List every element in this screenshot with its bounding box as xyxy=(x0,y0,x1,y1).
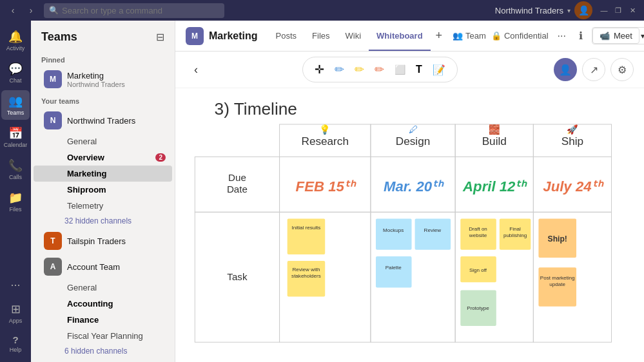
channel-accounting[interactable]: Accounting xyxy=(34,296,172,312)
main-layout: 🔔 Activity 💬 Chat 👥 Teams 📅 Calendar 📞 C… xyxy=(0,21,644,362)
task-row-label: Task xyxy=(227,271,248,282)
back-button[interactable]: ‹ xyxy=(5,3,21,18)
marketing-team-name: Marketing xyxy=(67,71,125,81)
dropdown-icon: ▾ xyxy=(567,7,571,14)
more-icon: ··· xyxy=(10,278,20,292)
add-tab-button[interactable]: + xyxy=(431,21,448,50)
team-icon: 👥 xyxy=(453,31,463,41)
channel-shiproom[interactable]: Shiproom xyxy=(34,182,172,198)
sidebar-item-help[interactable]: ? Help xyxy=(1,330,30,357)
tab-whiteboard[interactable]: Whiteboard xyxy=(369,22,431,51)
due-date-row-label2: Date xyxy=(227,184,248,195)
sidebar-item-calls[interactable]: 📞 Calls xyxy=(1,155,30,184)
avatar: 👤 xyxy=(574,1,592,19)
nav-arrows: ‹ › xyxy=(5,3,39,18)
due-research-date: FEB 15ᵗʰ xyxy=(296,178,356,195)
blue-pen-button[interactable]: ✏ xyxy=(331,60,348,79)
account-avatar: A xyxy=(44,258,62,276)
info-button[interactable]: ℹ xyxy=(575,27,587,44)
text-tool-button[interactable]: T xyxy=(412,61,426,78)
sticky-initial-results-line1: Initial results xyxy=(292,225,321,231)
sticky-note-button[interactable]: 📝 xyxy=(429,61,449,79)
sticky-review-stakeholders-line2: stakeholders xyxy=(291,273,321,279)
col-ship-label: Ship xyxy=(561,135,583,148)
channel-fiscal[interactable]: Fiscal Year Planning xyxy=(34,328,172,344)
sidebar-item-more[interactable]: ··· xyxy=(1,274,30,296)
hidden-channels-northwind[interactable]: 32 hidden channels xyxy=(31,214,175,228)
forward-button[interactable]: › xyxy=(23,3,39,18)
pinned-label: Pinned xyxy=(31,51,175,66)
meet-dropdown-button[interactable]: ▾ xyxy=(639,29,644,43)
window-controls: — ❐ ✕ xyxy=(598,4,639,17)
team-label: Team xyxy=(465,31,486,41)
channel-general-northwind[interactable]: General xyxy=(34,133,172,149)
yellow-pen-button[interactable]: ✏ xyxy=(351,60,368,79)
whiteboard-svg: 3) Timeline Research Design Build Ship 💡… xyxy=(175,88,644,362)
design-icon: 🖊 xyxy=(409,124,418,135)
user-info[interactable]: Northwind Traders ▾ 👤 xyxy=(495,1,592,19)
sticky-draft-line1: Draft on xyxy=(469,226,487,232)
meet-control: 📹 Meet ▾ xyxy=(592,27,644,44)
eraser-button[interactable]: ⬜ xyxy=(391,62,409,77)
video-icon: 📹 xyxy=(600,31,610,41)
channel-overview[interactable]: Overview 2 xyxy=(34,149,172,166)
chat-icon: 💬 xyxy=(8,62,23,76)
col-design-label: Design xyxy=(396,135,430,148)
northwind-name: Northwind Traders xyxy=(67,116,147,126)
channel-finance[interactable]: Finance xyxy=(34,312,172,328)
sidebar-item-files[interactable]: 📁 Files xyxy=(1,187,30,216)
channel-general-account[interactable]: General xyxy=(34,280,172,296)
apps-icon: ⊞ xyxy=(11,302,21,316)
sidebar-item-calendar[interactable]: 📅 Calendar xyxy=(1,122,30,152)
select-tool-button[interactable]: ✛ xyxy=(311,60,328,79)
pinned-marketing-team[interactable]: M Marketing Northwind Traders xyxy=(34,66,172,92)
sidebar-header: Teams ⊟ xyxy=(31,21,175,51)
marketing-avatar: M xyxy=(44,70,62,88)
channel-logo: M xyxy=(186,27,204,45)
tailspin-name: Tailspin Traders xyxy=(67,236,147,246)
hidden-channels-account[interactable]: 6 hidden channels xyxy=(31,344,175,358)
activity-icon: 🔔 xyxy=(8,30,23,44)
sidebar-item-chat[interactable]: 💬 Chat xyxy=(1,58,30,88)
col-build-label: Build xyxy=(482,135,507,148)
whiteboard-back-button[interactable]: ‹ xyxy=(186,59,206,80)
sticky-palette[interactable] xyxy=(376,256,412,287)
sticky-final-line1: Final xyxy=(509,226,521,232)
whiteboard-canvas[interactable]: 3) Timeline Research Design Build Ship 💡… xyxy=(175,88,644,362)
minimize-button[interactable]: — xyxy=(598,4,610,17)
sidebar-item-activity[interactable]: 🔔 Activity xyxy=(1,26,30,55)
sticky-ship-text: Ship! xyxy=(548,234,567,243)
sidebar: Teams ⊟ Pinned M Marketing Northwind Tra… xyxy=(31,21,175,362)
meet-button[interactable]: 📹 Meet xyxy=(592,28,639,44)
sidebar-item-apps[interactable]: ⊞ Apps xyxy=(1,298,30,328)
more-options-button[interactable]: ··· xyxy=(554,28,570,44)
orange-pen-button[interactable]: ✏ xyxy=(371,60,388,79)
channel-telemetry[interactable]: Telemetry xyxy=(34,198,172,214)
col-research-label: Research xyxy=(302,135,349,148)
channel-header: M Marketing Posts Files Wiki Whiteboard … xyxy=(175,21,644,52)
search-input[interactable] xyxy=(44,3,224,18)
team-northwind-traders[interactable]: N Northwind Traders ··· xyxy=(34,108,172,133)
tab-files[interactable]: Files xyxy=(304,22,337,51)
share-button[interactable]: ↗ xyxy=(582,58,605,81)
close-button[interactable]: ✕ xyxy=(626,4,639,17)
tab-posts[interactable]: Posts xyxy=(268,22,305,51)
tab-wiki[interactable]: Wiki xyxy=(338,22,369,51)
participants-button[interactable]: 👤 xyxy=(554,58,577,81)
search-wrapper: 🔍 xyxy=(44,3,224,18)
restore-button[interactable]: ❐ xyxy=(612,4,625,17)
sticky-mockups[interactable] xyxy=(376,218,412,249)
whiteboard-settings-button[interactable]: ⚙ xyxy=(610,58,634,81)
team-tailspin-traders[interactable]: T Tailspin Traders ··· xyxy=(34,228,172,254)
sidebar-item-teams[interactable]: 👥 Teams xyxy=(1,90,30,120)
tailspin-avatar: T xyxy=(44,232,62,250)
research-icon: 💡 xyxy=(319,124,331,135)
sidebar-title: Teams xyxy=(41,30,77,44)
filter-button[interactable]: ⊟ xyxy=(153,28,167,46)
user-name: Northwind Traders xyxy=(495,6,563,15)
sticky-prototype-text: Prototype xyxy=(467,305,489,311)
team-account-team[interactable]: A Account Team ··· xyxy=(34,254,172,280)
channel-marketing[interactable]: Marketing xyxy=(34,166,172,182)
sticky-final-line2: publishing xyxy=(503,233,527,238)
sticky-review[interactable] xyxy=(415,218,451,249)
